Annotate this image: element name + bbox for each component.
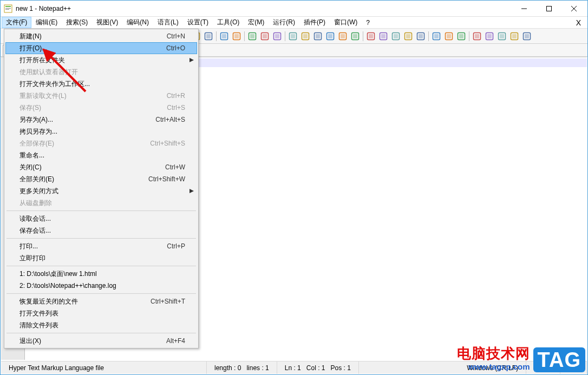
- menu-item-label: 拷贝另存为...: [19, 127, 185, 136]
- menu-window[interactable]: 窗口(W): [330, 17, 362, 28]
- menu-bar: 文件(F) 编辑(E) 搜索(S) 视图(V) 编码(N) 语言(L) 设置(T…: [1, 17, 587, 29]
- hi4-icon[interactable]: [508, 30, 520, 42]
- monitor-icon[interactable]: [349, 30, 361, 42]
- svg-rect-55: [316, 34, 320, 38]
- toolbar-separator: [244, 31, 245, 41]
- svg-rect-71: [419, 34, 423, 38]
- stop-macro-icon[interactable]: [377, 30, 389, 42]
- menu-item[interactable]: 恢复最近关闭的文件Ctrl+Shift+T: [5, 295, 197, 307]
- sync-h-icon[interactable]: [231, 30, 243, 42]
- save-macro-icon[interactable]: [415, 30, 427, 42]
- menu-separator: [6, 333, 196, 333]
- menu-settings[interactable]: 设置(T): [183, 17, 213, 28]
- menu-item[interactable]: 重命名...: [5, 149, 197, 161]
- menu-view[interactable]: 视图(V): [92, 17, 122, 28]
- menu-item[interactable]: 新建(N)Ctrl+N: [5, 30, 197, 42]
- menubar-x-button[interactable]: X: [571, 18, 586, 27]
- menu-item[interactable]: 另存为(A)...Ctrl+Alt+S: [5, 114, 197, 126]
- svg-rect-79: [475, 34, 479, 38]
- menu-item[interactable]: 打开所在文件夹: [5, 54, 197, 66]
- svg-rect-47: [263, 34, 267, 38]
- menu-run[interactable]: 运行(R): [269, 17, 299, 28]
- svg-rect-61: [353, 34, 357, 38]
- menu-item-shortcut: Ctrl+N: [167, 32, 185, 40]
- doc-map-icon[interactable]: [299, 30, 311, 42]
- menu-help[interactable]: ?: [362, 18, 374, 28]
- menu-tools[interactable]: 工具(O): [213, 17, 244, 28]
- svg-rect-63: [369, 34, 373, 38]
- watermark: 电脑技术网 www.tagxp.com TAG: [457, 345, 585, 372]
- hi2-icon[interactable]: [484, 30, 495, 42]
- svg-rect-45: [250, 34, 254, 38]
- svg-rect-1: [5, 6, 11, 7]
- svg-rect-49: [275, 34, 279, 38]
- status-filetype: Hyper Text Markup Language file: [1, 361, 207, 374]
- func-list-icon[interactable]: [324, 30, 336, 42]
- watermark-url: www.tagxp.com: [457, 362, 530, 372]
- svg-rect-69: [406, 34, 410, 38]
- zoom-out-icon[interactable]: [202, 30, 214, 42]
- hi3-icon[interactable]: [496, 30, 508, 42]
- menu-file[interactable]: 文件(F): [2, 17, 31, 28]
- menu-item-label: 全部关闭(E): [19, 175, 148, 184]
- show-all-chars-icon[interactable]: [259, 30, 271, 42]
- menu-encoding[interactable]: 编码(N): [122, 17, 153, 28]
- lang-icon[interactable]: [287, 30, 299, 42]
- svg-rect-85: [512, 34, 517, 38]
- menu-item: 从磁盘删除: [5, 197, 197, 209]
- menu-item[interactable]: 保存会话...: [5, 225, 197, 236]
- menu-item[interactable]: 立即打印: [5, 252, 197, 264]
- menu-item-label: 打印...: [19, 242, 167, 251]
- menu-item[interactable]: 1: D:\tools\桌面\new 1.html: [5, 268, 197, 280]
- menu-separator: [6, 210, 196, 211]
- maximize-button[interactable]: [537, 1, 561, 17]
- folder-ws-icon[interactable]: [337, 30, 349, 42]
- menu-language[interactable]: 语言(L): [153, 17, 183, 28]
- menu-item[interactable]: 打开文件夹作为工作区...: [5, 78, 197, 90]
- fast-macro-icon[interactable]: [402, 30, 414, 42]
- menu-item[interactable]: 更多关闭方式: [5, 185, 197, 197]
- menu-search[interactable]: 搜索(S): [62, 17, 92, 28]
- menu-edit[interactable]: 编辑(E): [31, 17, 62, 28]
- sync-v-icon[interactable]: [218, 30, 230, 42]
- menu-item: 保存(S)Ctrl+S: [5, 102, 197, 114]
- menu-item[interactable]: 关闭(C)Ctrl+W: [5, 161, 197, 173]
- svg-rect-41: [222, 34, 226, 38]
- svg-rect-73: [434, 34, 439, 38]
- hi1-icon[interactable]: [471, 30, 483, 42]
- bookmark-prev-icon[interactable]: [443, 30, 455, 42]
- play-macro-icon[interactable]: [390, 30, 402, 42]
- menu-item[interactable]: 打开文件列表: [5, 307, 197, 319]
- window-buttons: [512, 1, 586, 17]
- wordwrap-icon[interactable]: [246, 30, 258, 42]
- menu-plugins[interactable]: 插件(P): [299, 17, 330, 28]
- menu-item[interactable]: 打印...Ctrl+P: [5, 240, 197, 252]
- doc-list-icon[interactable]: [312, 30, 324, 42]
- menu-item-label: 新建(N): [19, 32, 167, 41]
- menu-item[interactable]: 清除文件列表: [5, 319, 197, 331]
- menu-item-label: 恢复最近关闭的文件: [19, 297, 151, 306]
- spell-icon[interactable]: [430, 30, 442, 42]
- bookmark-next-icon[interactable]: [455, 30, 467, 42]
- close-window-button[interactable]: [561, 1, 586, 17]
- watermark-title: 电脑技术网: [457, 345, 530, 363]
- menu-item[interactable]: 退出(X)Alt+F4: [5, 335, 197, 347]
- toolbar-separator: [216, 31, 217, 41]
- menu-item[interactable]: 读取会话...: [5, 213, 197, 225]
- menu-item-shortcut: Ctrl+Shift+W: [148, 175, 185, 183]
- menu-item-label: 打开(O)...: [19, 44, 166, 53]
- menu-item-label: 2: D:\tools\Notepad++\change.log: [19, 282, 185, 290]
- svg-rect-57: [328, 34, 332, 38]
- record-macro-icon[interactable]: [365, 30, 377, 42]
- menu-item[interactable]: 全部关闭(E)Ctrl+Shift+W: [5, 173, 197, 185]
- toolbar-separator: [285, 31, 285, 41]
- indent-guide-icon[interactable]: [271, 30, 283, 42]
- menu-item-shortcut: Ctrl+Shift+S: [150, 140, 185, 147]
- menu-item[interactable]: 打开(O)...Ctrl+O: [5, 42, 197, 54]
- svg-rect-59: [341, 34, 345, 38]
- menu-item[interactable]: 2: D:\tools\Notepad++\change.log: [5, 280, 197, 292]
- menu-item[interactable]: 拷贝另存为...: [5, 126, 197, 137]
- menu-macro[interactable]: 宏(M): [244, 17, 269, 28]
- minimize-button[interactable]: [512, 1, 537, 17]
- hi5-icon[interactable]: [521, 30, 533, 42]
